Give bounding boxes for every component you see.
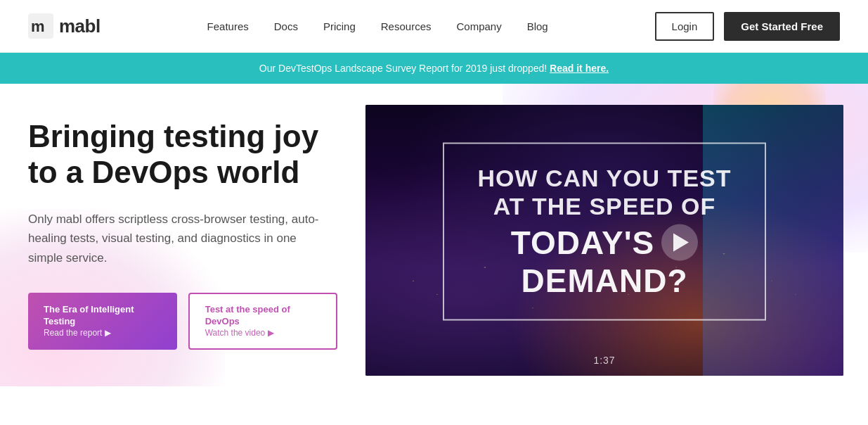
hero-cta-primary[interactable]: The Era of Intelligent Testing Read the … [28,293,177,350]
nav-docs[interactable]: Docs [274,20,298,32]
video-text-line1: HOW CAN YOU TEST [472,163,737,192]
play-icon [673,234,689,252]
nav-resources[interactable]: Resources [381,20,432,32]
hero-btn-primary-sub: Read the report ▶ [44,328,162,339]
hero-btn-secondary-label: Test at the speed of DevOps [205,304,290,326]
play-button[interactable] [661,224,698,261]
login-button[interactable]: Login [655,12,715,41]
video-thumbnail[interactable]: HOW CAN YOU TEST AT THE SPEED OF TODAY'S… [365,105,843,376]
hero-right: HOW CAN YOU TEST AT THE SPEED OF TODAY'S… [365,105,868,379]
header-actions: Login Get Started Free [655,12,840,41]
main-nav: Features Docs Pricing Resources Company … [207,20,548,32]
hero-left: Bringing testing joy to a DevOps world O… [0,84,365,378]
video-duration: 1:37 [593,355,615,366]
video-text-line3-text: TODAY'S [511,224,655,262]
get-started-button[interactable]: Get Started Free [724,12,840,41]
hero-title: Bringing testing joy to a DevOps world [28,119,337,190]
nav-blog[interactable]: Blog [527,20,548,32]
hero-cta-secondary[interactable]: Test at the speed of DevOps Watch the vi… [188,293,337,350]
hero-section: Bringing testing joy to a DevOps world O… [0,84,868,386]
mabl-logo-icon: m [28,13,53,39]
banner-link[interactable]: Read it here. [550,63,609,74]
logo[interactable]: m mabl [28,13,101,39]
header: m mabl Features Docs Pricing Resources C… [0,0,868,53]
video-text-line3: TODAY'S [472,224,737,262]
svg-text:m: m [31,18,45,35]
announcement-banner: Our DevTestOps Landscape Survey Report f… [0,53,868,84]
nav-company[interactable]: Company [456,20,501,32]
hero-btn-secondary-sub: Watch the video ▶ [205,328,320,339]
video-text-line4: DEMAND? [472,262,737,300]
nav-pricing[interactable]: Pricing [323,20,356,32]
hero-description: Only mabl offers scriptless cross-browse… [28,210,330,267]
video-text-line2: AT THE SPEED OF [472,192,737,221]
video-text-overlay: HOW CAN YOU TEST AT THE SPEED OF TODAY'S… [443,142,766,321]
hero-btn-primary-label: The Era of Intelligent Testing [44,304,134,326]
nav-features[interactable]: Features [207,20,249,32]
logo-text: mabl [59,15,101,37]
banner-text: Our DevTestOps Landscape Survey Report f… [259,63,547,74]
hero-buttons: The Era of Intelligent Testing Read the … [28,293,337,350]
